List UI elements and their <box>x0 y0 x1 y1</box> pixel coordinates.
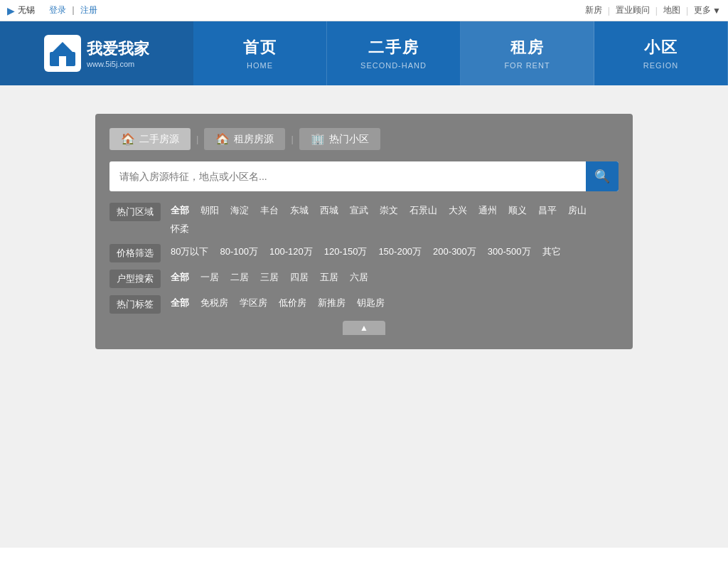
nav-home-cn: 首页 <box>243 37 277 58</box>
area-option-chongwen[interactable]: 崇文 <box>375 203 402 218</box>
search-input[interactable] <box>109 164 586 189</box>
tag-option-new[interactable]: 新推房 <box>314 295 350 311</box>
nav-region-en: REGION <box>643 61 678 70</box>
area-option-xuanwu[interactable]: 宣武 <box>346 203 373 218</box>
house-icon: 🏠 <box>121 132 135 146</box>
more-button[interactable]: 更多 ▼ <box>694 4 721 16</box>
area-option-changping[interactable]: 昌平 <box>534 203 561 218</box>
scroll-up-button[interactable]: ▲ <box>343 321 385 335</box>
price-option-150-200[interactable]: 150-200万 <box>374 244 426 260</box>
nav-home-en: HOME <box>247 61 273 70</box>
panel-tab-hotarea-label: 热门小区 <box>329 133 369 146</box>
pin-icon: ▶ <box>7 5 15 16</box>
tab-separator-1: | <box>196 134 198 144</box>
building-icon: 🏢 <box>311 132 325 146</box>
area-option-tongzhou[interactable]: 通州 <box>474 203 501 218</box>
room-option-5[interactable]: 五居 <box>316 270 343 285</box>
logo-text: 我爱我家 www.5i5j.com <box>87 38 149 68</box>
nav-region[interactable]: 小区 REGION <box>594 21 728 85</box>
area-option-shijingshan[interactable]: 石景山 <box>405 203 441 218</box>
filter-row-tags: 热门标签 全部 免税房 学区房 低价房 新推房 钥匙房 <box>109 295 619 314</box>
room-option-all[interactable]: 全部 <box>166 270 193 285</box>
consultant-link[interactable]: 置业顾问 <box>616 4 650 16</box>
area-option-fengtai[interactable]: 丰台 <box>256 203 283 218</box>
panel-tab-hotarea[interactable]: 🏢 热门小区 <box>299 128 380 150</box>
logo-main-text: 我爱我家 <box>87 38 149 60</box>
nav-rent-cn: 租房 <box>510 37 545 58</box>
nav-rent[interactable]: 租房 FOR RENT <box>461 21 594 85</box>
nav-region-cn: 小区 <box>644 37 678 58</box>
filter-row-price: 价格筛选 80万以下 80-100万 100-120万 120-150万 150… <box>109 244 619 262</box>
area-option-chaoyang[interactable]: 朝阳 <box>196 203 223 218</box>
logo-box: 我爱我家 www.5i5j.com <box>44 35 149 72</box>
nav-rent-en: FOR RENT <box>504 61 550 70</box>
map-link[interactable]: 地图 <box>663 4 680 16</box>
filter-options-roomtype: 全部 一居 二居 三居 四居 五居 六居 <box>166 270 373 285</box>
nav-second-hand[interactable]: 二手房 SECOND-HAND <box>327 21 461 85</box>
price-option-100-120[interactable]: 100-120万 <box>265 244 317 260</box>
scroll-indicator: ▲ <box>109 321 619 335</box>
tag-option-all[interactable]: 全部 <box>166 295 193 311</box>
area-option-huairou[interactable]: 怀柔 <box>166 221 193 237</box>
login-link[interactable]: 登录 <box>49 4 66 16</box>
top-bar-right: 新房 | 置业顾问 | 地图 | 更多 ▼ <box>585 4 721 16</box>
tag-option-tax-free[interactable]: 免税房 <box>196 295 232 311</box>
panel-tab-second[interactable]: 🏠 二手房源 <box>109 128 191 150</box>
panel-tabs: 🏠 二手房源 | 🏠 租房房源 | 🏢 热门小区 <box>109 128 619 150</box>
panel-tab-second-label: 二手房源 <box>139 133 179 146</box>
filter-label-area: 热门区域 <box>109 203 161 221</box>
rent-house-icon: 🏠 <box>215 132 230 146</box>
area-option-all[interactable]: 全部 <box>166 203 193 218</box>
room-option-2[interactable]: 二居 <box>226 270 253 285</box>
area-option-xicheng[interactable]: 西城 <box>316 203 343 218</box>
filter-options-tags: 全部 免税房 学区房 低价房 新推房 钥匙房 <box>166 295 389 311</box>
room-option-3[interactable]: 三居 <box>256 270 283 285</box>
logo-sub-text: www.5i5j.com <box>87 60 149 68</box>
logo-area: 我爱我家 www.5i5j.com <box>0 21 193 85</box>
nav-second-en: SECOND-HAND <box>360 61 427 70</box>
area-option-haidian[interactable]: 海淀 <box>226 203 253 218</box>
area-option-daxing[interactable]: 大兴 <box>444 203 471 218</box>
register-link[interactable]: 注册 <box>80 4 97 16</box>
main-content: 🏠 二手房源 | 🏠 租房房源 | 🏢 热门小区 🔍 热门区域 <box>0 85 728 548</box>
auth-links: 登录 ｜ 注册 <box>49 4 97 16</box>
room-option-4[interactable]: 四居 <box>286 270 313 285</box>
price-option-80below[interactable]: 80万以下 <box>166 244 213 260</box>
filter-row-roomtype: 户型搜索 全部 一居 二居 三居 四居 五居 六居 <box>109 270 619 288</box>
auth-separator: ｜ <box>69 4 77 16</box>
chevron-down-icon: ▼ <box>712 6 721 16</box>
logo-icon <box>44 35 81 72</box>
new-house-link[interactable]: 新房 <box>585 4 602 16</box>
header: 我爱我家 www.5i5j.com 首页 HOME 二手房 SECOND-HAN… <box>0 21 728 85</box>
area-option-dongcheng[interactable]: 东城 <box>286 203 313 218</box>
chevron-up-icon: ▲ <box>360 323 368 333</box>
location-selector[interactable]: ▶ 无锡 <box>7 4 35 16</box>
filter-options-price: 80万以下 80-100万 100-120万 120-150万 150-200万… <box>166 244 565 260</box>
search-panel: 🏠 二手房源 | 🏠 租房房源 | 🏢 热门小区 🔍 热门区域 <box>95 114 633 349</box>
nav-tabs: 首页 HOME 二手房 SECOND-HAND 租房 FOR RENT 小区 R… <box>193 21 728 85</box>
filter-label-price: 价格筛选 <box>109 244 161 262</box>
tag-option-key[interactable]: 钥匙房 <box>353 295 389 311</box>
search-box: 🔍 <box>109 161 619 191</box>
nav-second-cn: 二手房 <box>368 37 419 58</box>
nav-home[interactable]: 首页 HOME <box>193 21 327 85</box>
location-text: 无锡 <box>18 4 35 16</box>
panel-tab-rent[interactable]: 🏠 租房房源 <box>204 128 285 150</box>
area-option-fangshan[interactable]: 房山 <box>564 203 591 218</box>
search-button[interactable]: 🔍 <box>586 161 619 191</box>
search-icon: 🔍 <box>594 169 610 184</box>
price-option-300-500[interactable]: 300-500万 <box>483 244 535 260</box>
price-option-80-100[interactable]: 80-100万 <box>215 244 262 260</box>
tag-option-school[interactable]: 学区房 <box>235 295 272 311</box>
filter-label-tags: 热门标签 <box>109 295 161 314</box>
tag-option-low-price[interactable]: 低价房 <box>274 295 311 311</box>
svg-rect-2 <box>59 56 66 66</box>
room-option-1[interactable]: 一居 <box>196 270 223 285</box>
filter-options-area: 全部 朝阳 海淀 丰台 东城 西城 宣武 崇文 石景山 大兴 通州 顺义 昌平 … <box>166 203 619 237</box>
area-option-shunyi[interactable]: 顺义 <box>504 203 531 218</box>
price-option-120-150[interactable]: 120-150万 <box>320 244 372 260</box>
price-option-200-300[interactable]: 200-300万 <box>429 244 481 260</box>
svg-marker-1 <box>51 42 74 53</box>
room-option-6[interactable]: 六居 <box>346 270 373 285</box>
price-option-other[interactable]: 其它 <box>538 244 565 260</box>
